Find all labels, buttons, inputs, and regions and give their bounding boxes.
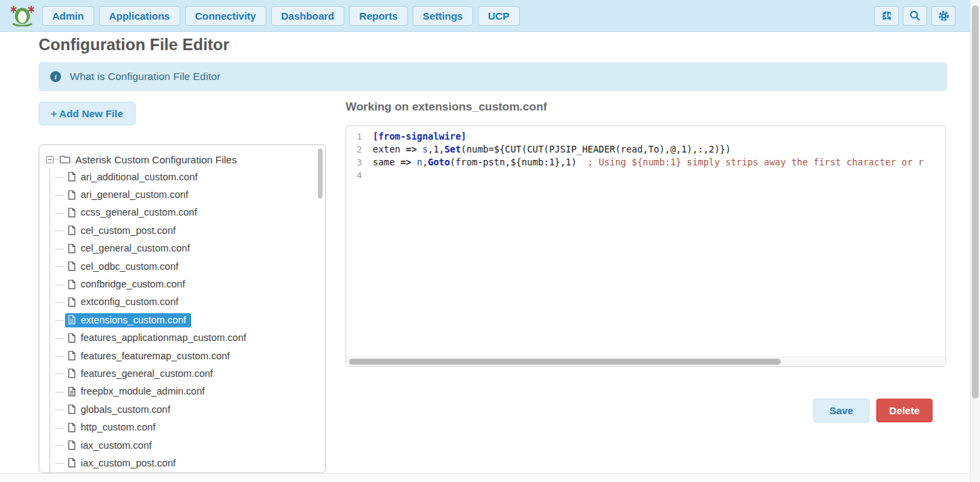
nav-tab-ucp[interactable]: UCP	[478, 6, 520, 26]
tree-root-node[interactable]: Asterisk Custom Configuration Files	[45, 150, 325, 168]
language-icon: 文 A	[880, 9, 893, 22]
settings-gear-button[interactable]	[931, 6, 956, 26]
tree-file-cel_odbc_custom.conf[interactable]: cel_odbc_custom.conf	[45, 258, 325, 275]
code-line-4	[373, 169, 945, 182]
collapse-expander-icon[interactable]	[46, 156, 54, 163]
tree-file-cel_custom_post.conf[interactable]: cel_custom_post.conf	[45, 222, 325, 239]
file-name: cel_odbc_custom.conf	[81, 261, 178, 272]
tree-file-iax_custom.conf[interactable]: iax_custom.conf	[45, 437, 325, 454]
file-icon	[68, 225, 76, 235]
nav-tab-admin[interactable]: Admin	[42, 6, 94, 26]
gear-icon	[937, 9, 950, 22]
file-name: extconfig_custom.conf	[81, 296, 178, 307]
delete-button[interactable]: Delete	[876, 399, 933, 422]
editor-horizontal-scrollbar	[346, 357, 945, 366]
tree-file-iax_custom_post.conf[interactable]: iax_custom_post.conf	[45, 454, 325, 472]
tree-file-confbridge_custom.conf[interactable]: confbridge_custom.conf	[45, 275, 325, 293]
editor-actions: Save Delete	[346, 399, 933, 422]
file-text-icon	[68, 315, 76, 325]
tree-scrollbar[interactable]	[318, 148, 323, 199]
line-number: 1	[346, 130, 362, 143]
info-icon: i	[50, 71, 61, 82]
tree-file-ari_general_custom.conf[interactable]: ari_general_custom.conf	[45, 186, 325, 203]
file-icon	[68, 440, 76, 450]
code-line-1: [from-signalwire]	[373, 130, 945, 143]
file-icon	[68, 261, 76, 271]
nav-right-icons: 文 A	[874, 6, 956, 26]
tree-root-label: Asterisk Custom Configuration Files	[75, 154, 237, 165]
tree-file-extensions_custom.conf[interactable]: extensions_custom.conf	[45, 311, 325, 329]
nav-tab-settings[interactable]: Settings	[413, 6, 473, 26]
file-tree-panel: Asterisk Custom Configuration Files ari_…	[39, 144, 326, 473]
tree-file-cel_general_custom.conf[interactable]: cel_general_custom.conf	[45, 240, 325, 258]
file-icon	[68, 190, 76, 200]
file-name: freepbx_module_admin.conf	[81, 386, 205, 397]
file-icon	[68, 458, 76, 468]
file-name: iax_custom_post.conf	[81, 458, 176, 468]
window-horizontal-scrollbar[interactable]	[0, 473, 970, 482]
tree-file-features_featuremap_custom.conf[interactable]: features_featuremap_custom.conf	[45, 347, 325, 365]
file-icon	[68, 172, 76, 182]
file-icon	[68, 243, 76, 254]
line-number: 3	[346, 156, 362, 169]
tree-file-ari_additional_custom.conf[interactable]: ari_additional_custom.conf	[45, 168, 325, 186]
code-editor[interactable]: 1234 [from-signalwire]exten => s,1,Set(n…	[346, 125, 946, 367]
top-navbar: AdminApplicationsConnectivityDashboardRe…	[0, 0, 980, 32]
page-title: Configuration File Editor	[39, 35, 229, 54]
nav-tab-dashboard[interactable]: Dashboard	[271, 6, 344, 26]
file-text-icon	[68, 386, 76, 397]
tree-file-features_applicationmap_custom.conf[interactable]: features_applicationmap_custom.conf	[45, 329, 325, 347]
tree-file-list: ari_additional_custom.confari_general_cu…	[45, 168, 325, 473]
search-icon	[909, 9, 921, 22]
line-number-gutter: 1234	[346, 130, 368, 356]
file-name: features_applicationmap_custom.conf	[81, 332, 246, 343]
code-line-2: exten => s,1,Set(numb=${CUT(CUT(PJSIP_HE…	[373, 143, 945, 156]
working-on-heading: Working on extensions_custom.conf	[346, 100, 547, 114]
tree-file-http_custom.conf[interactable]: http_custom.conf	[45, 418, 325, 436]
file-icon	[68, 368, 76, 378]
freepbx-config-file-editor-page: AdminApplicationsConnectivityDashboardRe…	[0, 0, 980, 482]
file-name: features_general_custom.conf	[81, 368, 213, 379]
file-icon	[68, 279, 76, 289]
file-name: ari_additional_custom.conf	[81, 172, 198, 182]
line-number: 4	[346, 169, 362, 182]
file-icon	[68, 422, 76, 433]
tree-file-extconfig_custom.conf[interactable]: extconfig_custom.conf	[45, 294, 325, 311]
file-name: features_featuremap_custom.conf	[81, 350, 230, 361]
file-name: cel_general_custom.conf	[81, 243, 190, 254]
line-number: 2	[346, 143, 362, 156]
code-line-3: same => n,Goto(from-pstn,${numb:1},1) ; …	[373, 156, 945, 169]
file-name: ari_general_custom.conf	[81, 189, 188, 200]
file-name: iax_custom.conf	[81, 440, 152, 451]
search-button[interactable]	[903, 6, 927, 26]
tree-file-features_general_custom.conf[interactable]: features_general_custom.conf	[45, 365, 325, 382]
nav-tab-applications[interactable]: Applications	[99, 6, 180, 26]
info-alert[interactable]: i What is Configuration File Editor	[39, 62, 947, 91]
file-icon	[68, 333, 76, 343]
tree-file-globals_custom.conf[interactable]: globals_custom.conf	[45, 401, 325, 418]
nav-tab-connectivity[interactable]: Connectivity	[185, 6, 266, 26]
file-icon	[68, 207, 76, 218]
folder-icon	[60, 155, 70, 164]
info-alert-text: What is Configuration File Editor	[70, 71, 220, 83]
tree-file-freepbx_module_admin.conf[interactable]: freepbx_module_admin.conf	[45, 383, 325, 401]
file-name: globals_custom.conf	[81, 404, 170, 415]
file-name: confbridge_custom.conf	[81, 279, 185, 289]
window-vertical-scrollbar[interactable]	[970, 0, 980, 482]
language-button[interactable]: 文 A	[874, 6, 899, 26]
file-name: extensions_custom.conf	[81, 315, 186, 325]
svg-text:A: A	[888, 13, 891, 18]
tree-file-ccss_general_custom.conf[interactable]: ccss_general_custom.conf	[45, 204, 325, 222]
tree-connector	[54, 159, 58, 160]
code-content[interactable]: [from-signalwire]exten => s,1,Set(numb=$…	[368, 130, 945, 356]
file-icon	[68, 350, 76, 361]
file-name: ccss_general_custom.conf	[81, 207, 197, 218]
nav-tabs: AdminApplicationsConnectivityDashboardRe…	[42, 6, 525, 26]
freepbx-frog-logo[interactable]	[9, 5, 35, 26]
nav-tab-reports[interactable]: Reports	[349, 6, 408, 26]
window-vscroll-thumb[interactable]	[972, 5, 979, 399]
add-new-file-button[interactable]: + Add New File	[39, 102, 136, 125]
file-icon	[68, 297, 76, 307]
save-button[interactable]: Save	[813, 399, 870, 422]
editor-hscroll-thumb[interactable]	[349, 359, 781, 365]
